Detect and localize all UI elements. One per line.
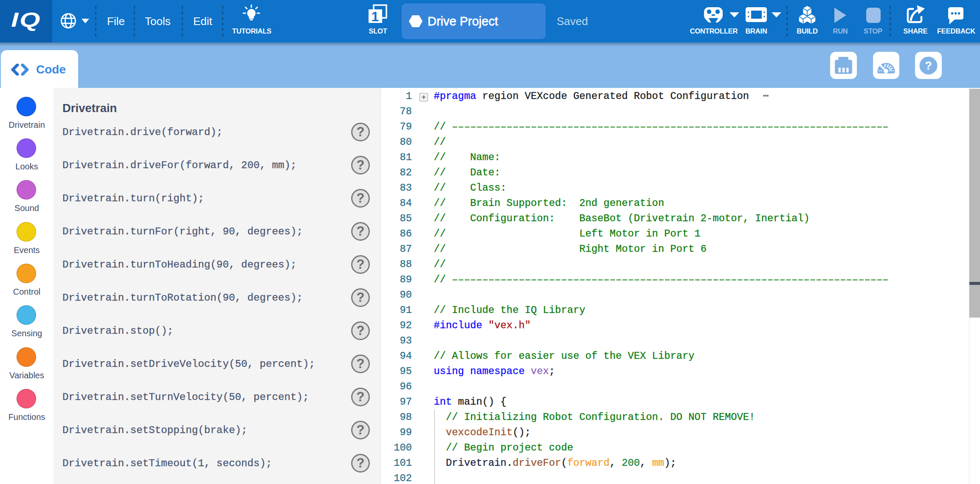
svg-text:1: 1 — [372, 9, 379, 24]
svg-text:?: ? — [925, 59, 932, 72]
